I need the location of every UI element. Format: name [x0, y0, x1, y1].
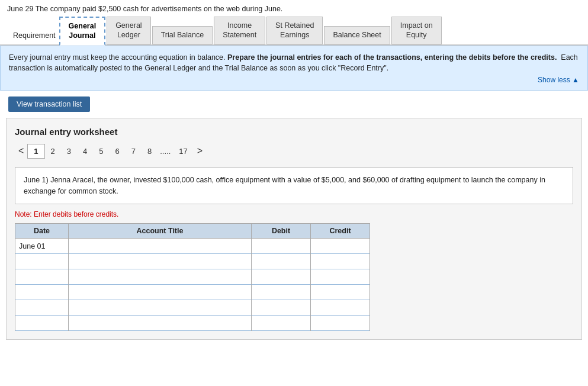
col-header-debit: Debit — [252, 224, 311, 239]
tabs-bar: Requirement GeneralJournal GeneralLedger… — [0, 17, 588, 46]
info-box: Every journal entry must keep the accoun… — [0, 46, 588, 91]
account-cell-5[interactable] — [69, 300, 252, 316]
tab-requirement[interactable]: Requirement — [5, 27, 58, 44]
credit-input-1[interactable] — [311, 239, 369, 253]
view-transaction-button[interactable]: View transaction list — [8, 96, 90, 112]
tab-impact-on-equity[interactable]: Impact onEquity — [391, 17, 442, 44]
debit-input-3[interactable] — [252, 270, 310, 284]
journal-table-wrapper: Date Account Title Debit Credit June 01 — [15, 223, 370, 331]
date-cell-5 — [15, 300, 69, 316]
note-text: Note: Enter debits before credits. — [15, 210, 573, 218]
credit-cell-2[interactable] — [311, 254, 370, 269]
transaction-text: June 1) Jenna Aracel, the owner, investe… — [24, 176, 545, 195]
journal-table: Date Account Title Debit Credit June 01 — [15, 223, 370, 331]
debit-cell-6[interactable] — [252, 316, 311, 331]
debit-cell-2[interactable] — [252, 254, 311, 269]
credit-input-6[interactable] — [311, 316, 369, 330]
info-text-plain: Every journal entry must keep the accoun… — [9, 53, 227, 62]
page-7[interactable]: 7 — [126, 144, 142, 158]
page-2[interactable]: 2 — [45, 144, 61, 158]
tab-general-ledger[interactable]: GeneralLedger — [107, 17, 150, 44]
header-text: June 29 The company paid $2,500 cash for… — [7, 5, 282, 13]
worksheet-container: Journal entry worksheet < 1 2 3 4 5 6 7 … — [6, 118, 582, 340]
debit-input-5[interactable] — [252, 301, 310, 315]
credit-cell-5[interactable] — [311, 300, 370, 316]
page-4[interactable]: 4 — [77, 144, 93, 158]
col-header-credit: Credit — [311, 224, 370, 239]
account-cell-1[interactable] — [69, 239, 252, 254]
account-cell-2[interactable] — [69, 254, 252, 269]
credit-cell-6[interactable] — [311, 316, 370, 331]
page-17[interactable]: 17 — [173, 144, 193, 158]
debit-input-6[interactable] — [252, 316, 310, 330]
credit-input-2[interactable] — [311, 255, 369, 269]
account-cell-6[interactable] — [69, 316, 252, 331]
worksheet-title: Journal entry worksheet — [15, 127, 573, 137]
info-text-bold: Prepare the journal entries for each of … — [227, 53, 557, 62]
tab-general-journal[interactable]: GeneralJournal — [59, 17, 106, 46]
account-input-6[interactable] — [69, 316, 251, 330]
table-row: June 01 — [15, 239, 370, 254]
debit-cell-3[interactable] — [252, 269, 311, 285]
date-cell-4 — [15, 285, 69, 300]
account-input-3[interactable] — [69, 270, 251, 284]
page-8[interactable]: 8 — [142, 144, 158, 158]
tab-balance-sheet[interactable]: Balance Sheet — [324, 26, 390, 44]
account-cell-4[interactable] — [69, 285, 252, 300]
table-row — [15, 285, 370, 300]
table-row — [15, 316, 370, 331]
credit-cell-1[interactable] — [311, 239, 370, 254]
account-cell-3[interactable] — [69, 269, 252, 285]
prev-page-arrow[interactable]: < — [15, 144, 27, 157]
credit-input-5[interactable] — [311, 301, 369, 315]
debit-cell-4[interactable] — [252, 285, 311, 300]
account-input-2[interactable] — [69, 255, 251, 269]
pagination: < 1 2 3 4 5 6 7 8 ..... 17 > — [15, 144, 573, 159]
date-cell-6 — [15, 316, 69, 331]
tab-income-statement[interactable]: IncomeStatement — [214, 17, 265, 44]
page-5[interactable]: 5 — [93, 144, 109, 158]
table-row — [15, 254, 370, 269]
top-text: June 29 The company paid $2,500 cash for… — [0, 0, 588, 17]
page-6[interactable]: 6 — [110, 144, 126, 158]
col-header-account: Account Title — [69, 224, 252, 239]
page-3[interactable]: 3 — [61, 144, 77, 158]
tab-st-retained-earnings[interactable]: St RetainedEarnings — [266, 17, 323, 44]
tab-trial-balance[interactable]: Trial Balance — [152, 26, 213, 44]
debit-cell-5[interactable] — [252, 300, 311, 316]
credit-cell-4[interactable] — [311, 285, 370, 300]
date-cell-3 — [15, 269, 69, 285]
credit-input-4[interactable] — [311, 285, 369, 300]
table-row — [15, 300, 370, 316]
next-page-arrow[interactable]: > — [194, 144, 206, 157]
account-input-1[interactable] — [69, 239, 251, 253]
credit-input-3[interactable] — [311, 270, 369, 284]
account-input-4[interactable] — [69, 285, 251, 300]
table-row — [15, 269, 370, 285]
col-header-date: Date — [15, 224, 69, 239]
page-dots: ..... — [158, 144, 173, 158]
page-1[interactable]: 1 — [27, 144, 44, 159]
show-less-link[interactable]: Show less ▲ — [538, 75, 579, 85]
transaction-box: June 1) Jenna Aracel, the owner, investe… — [15, 167, 573, 205]
credit-cell-3[interactable] — [311, 269, 370, 285]
debit-cell-1[interactable] — [252, 239, 311, 254]
debit-input-2[interactable] — [252, 255, 310, 269]
debit-input-1[interactable] — [252, 239, 310, 253]
date-cell-1: June 01 — [15, 239, 69, 254]
debit-input-4[interactable] — [252, 285, 310, 300]
date-cell-2 — [15, 254, 69, 269]
account-input-5[interactable] — [69, 301, 251, 315]
